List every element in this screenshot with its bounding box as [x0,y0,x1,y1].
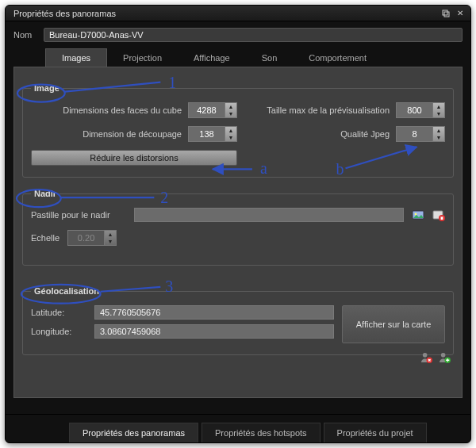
bottom-tabs: Propriétés des panoramas Propriétés des … [6,414,470,442]
svg-point-6 [423,353,428,358]
svg-point-3 [415,213,417,216]
svg-rect-0 [443,10,447,15]
tab-projection[interactable]: Projection [107,48,178,67]
svg-rect-1 [444,12,449,17]
split-dim-label: Dimension de découpage [83,129,182,139]
split-dim-input[interactable] [188,126,225,142]
cube-faces-label: Dimensions des faces du cube [63,105,182,115]
latitude-label: Latitude: [31,308,86,317]
name-input[interactable] [44,28,463,42]
jpeg-quality-stepper[interactable]: ▲▼ [396,126,445,142]
cube-faces-input[interactable] [188,102,225,118]
user-add-icon[interactable] [439,351,451,366]
jpeg-quality-label: Qualité Jpeg [340,129,390,139]
browse-image-icon[interactable] [412,209,424,221]
nadir-scale-label: Echelle [31,233,60,243]
user-remove-icon[interactable] [420,351,432,366]
tab-son[interactable]: Son [246,48,294,67]
section-nadir: Nadir Pastille pour le nadir Echelle [22,189,454,266]
tab-body: Image Dimensions des faces du cube ▲▼ Di… [13,67,463,398]
titlebar: Propriétés des panoramas ✕ [6,6,470,21]
panorama-properties-panel: Propriétés des panoramas ✕ Nom Images Pr… [5,5,471,443]
top-tabs: Images Projection Affichage Son Comporte… [6,48,470,67]
preview-max-label: Taille max de la prévisualisation [267,105,390,115]
split-dim-stepper[interactable]: ▲▼ [188,126,237,142]
window-title: Propriétés des panoramas [13,9,116,18]
bottom-tab-hotspots[interactable]: Propriétés des hotspots [202,423,321,442]
bottom-tab-panoramas[interactable]: Propriétés des panoramas [69,423,198,442]
cube-faces-stepper[interactable]: ▲▼ [188,102,237,118]
preview-max-stepper[interactable]: ▲▼ [396,102,445,118]
nadir-scale-input [67,230,104,246]
latitude-input[interactable] [94,305,334,320]
clear-image-icon[interactable] [432,209,445,221]
name-label: Nom [13,30,37,40]
preview-max-input[interactable] [396,102,432,118]
bottom-tab-project[interactable]: Propriétés du projet [324,423,427,442]
status-icons [420,351,451,366]
detach-button[interactable] [440,8,451,19]
name-row: Nom [6,21,470,48]
section-geo-legend: Géolocalisation [31,286,102,296]
jpeg-quality-input[interactable] [396,126,432,142]
section-geo: Géolocalisation Latitude: Longitude: Aff… [22,286,454,355]
section-image-legend: Image [31,83,63,93]
nadir-patch-label: Pastille pour le nadir [31,210,126,220]
tab-images[interactable]: Images [45,48,107,67]
nadir-scale-stepper: ▲▼ [67,230,117,246]
section-image: Image Dimensions des faces du cube ▲▼ Di… [22,83,454,178]
tab-comportement[interactable]: Comportement [293,48,382,67]
show-on-map-button[interactable]: Afficher sur la carte [342,305,445,343]
longitude-input[interactable] [94,324,334,339]
section-nadir-legend: Nadir [31,189,60,198]
nadir-patch-path[interactable] [134,208,404,222]
tab-affichage[interactable]: Affichage [178,48,246,67]
reduce-distortion-button[interactable]: Réduire les distorsions [31,150,237,166]
longitude-label: Longitude: [31,327,86,336]
svg-point-8 [441,353,446,358]
close-button[interactable]: ✕ [455,8,466,19]
